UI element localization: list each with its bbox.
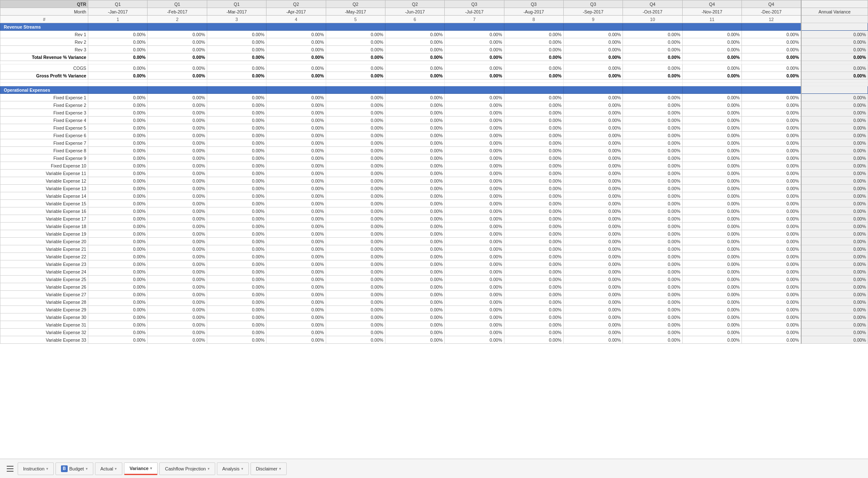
fixed-expense-2-row: Fixed Expense 2 0.00%0.00%0.00% 0.00%0.0…: [0, 101, 868, 109]
qtr-q4-1: Q4: [623, 0, 682, 8]
fixed-expense-6-row: Fixed Expense 6 0.00%0.00%0.00% 0.00%0.0…: [0, 132, 868, 139]
spreadsheet-container: QTR Q1 Q1 Q1 Q2 Q2 Q2 Q3 Q3 Q3 Q4 Q4 Q4: [0, 0, 868, 459]
variable-expense-29-row: Variable Expense 29 0.00%0.00%0.00% 0.00…: [0, 306, 868, 313]
rev2-row: Rev 2 0.00%0.00%0.00% 0.00%0.00%0.00% 0.…: [0, 38, 868, 46]
fixed-expense-3-row: Fixed Expense 3 0.00%0.00%0.00% 0.00%0.0…: [0, 109, 868, 117]
tab-actual[interactable]: Actual ▾: [95, 462, 123, 475]
scroll-area[interactable]: QTR Q1 Q1 Q1 Q2 Q2 Q2 Q3 Q3 Q3 Q4 Q4 Q4: [0, 0, 868, 459]
qtr-q1-2: Q1: [148, 0, 207, 8]
tab-instruction[interactable]: Instruction ▾: [18, 462, 54, 475]
variable-expense-27-row: Variable Expense 27 0.00%0.00%0.00% 0.00…: [0, 291, 868, 298]
month-aug: -Aug-2017: [504, 8, 563, 16]
qtr-q4-2: Q4: [682, 0, 741, 8]
month-mar: -Mar-2017: [207, 8, 266, 16]
revenue-streams-label: Revenue Streams: [0, 23, 88, 31]
tab-budget[interactable]: B Budget ▾: [55, 462, 93, 475]
operational-expenses-header: Operational Expenses: [0, 86, 868, 94]
variable-expense-12-row: Variable Expense 12 0.00%0.00%0.00% 0.00…: [0, 177, 868, 185]
qtr-q2-3: Q2: [385, 0, 444, 8]
empty-row-1: [0, 61, 868, 64]
month-may: -May-2017: [326, 8, 385, 16]
variable-expense-22-row: Variable Expense 22 0.00%0.00%0.00% 0.00…: [0, 253, 868, 260]
qtr-q3-2: Q3: [504, 0, 563, 8]
operational-expenses-label: Operational Expenses: [0, 86, 88, 94]
month-nov: -Nov-2017: [682, 8, 741, 16]
qtr-q1-1: Q1: [88, 0, 148, 8]
qtr-q4-3: Q4: [741, 0, 801, 8]
fixed-expense-7-row: Fixed Expense 7 0.00%0.00%0.00% 0.00%0.0…: [0, 139, 868, 147]
variable-expense-26-row: Variable Expense 26 0.00%0.00%0.00% 0.00…: [0, 283, 868, 291]
variable-expense-14-row: Variable Expense 14 0.00%0.00%0.00% 0.00…: [0, 192, 868, 200]
tab-cashflow-label: Cashflow Projection: [165, 466, 206, 471]
tab-variance[interactable]: Variance ▾: [124, 462, 158, 475]
bottom-toolbar: Instruction ▾ B Budget ▾ Actual ▾ Varian…: [0, 459, 868, 478]
fixed-expense-5-row: Fixed Expense 5 0.00%0.00%0.00% 0.00%0.0…: [0, 124, 868, 132]
total-revenue-label: Total Revenue % Variance: [0, 53, 88, 61]
qtr-row: QTR Q1 Q1 Q1 Q2 Q2 Q2 Q3 Q3 Q3 Q4 Q4 Q4: [0, 0, 868, 8]
cogs-label: COGS: [0, 64, 88, 72]
empty-row-2: [0, 80, 868, 83]
variable-expense-15-row: Variable Expense 15 0.00%0.00%0.00% 0.00…: [0, 200, 868, 207]
tab-analysis[interactable]: Analysis ▾: [217, 462, 249, 475]
variable-expense-30-row: Variable Expense 30 0.00%0.00%0.00% 0.00…: [0, 313, 868, 321]
month-sep: -Sep-2017: [563, 8, 623, 16]
num-8: 8: [504, 16, 563, 23]
qtr-q2-2: Q2: [326, 0, 385, 8]
menu-icon-button[interactable]: [4, 463, 16, 475]
variable-expense-28-row: Variable Expense 28 0.00%0.00%0.00% 0.00…: [0, 298, 868, 306]
num-7: 7: [445, 16, 504, 23]
tab-budget-chevron-icon: ▾: [86, 467, 88, 471]
month-dec: -Dec-2017: [741, 8, 801, 16]
month-jun: -Jun-2017: [385, 8, 444, 16]
total-revenue-row: Total Revenue % Variance 0.00%0.00%0.00%…: [0, 53, 868, 61]
tab-budget-label: Budget: [69, 466, 84, 471]
num-1: 1: [88, 16, 148, 23]
tab-variance-label: Variance: [129, 466, 148, 471]
annual-variance-col-header: Annual Variance: [801, 8, 868, 16]
tab-instruction-label: Instruction: [23, 466, 45, 471]
gross-profit-row: Gross Profit % Variance 0.00%0.00%0.00% …: [0, 72, 868, 80]
month-jan: -Jan-2017: [88, 8, 148, 16]
month-apr: -Apr-2017: [266, 8, 326, 16]
num-label: #: [0, 16, 88, 23]
tab-cashflow-projection[interactable]: Cashflow Projection ▾: [159, 462, 215, 475]
budget-b-icon: B: [61, 465, 68, 472]
variable-expense-23-row: Variable Expense 23 0.00%0.00%0.00% 0.00…: [0, 260, 868, 268]
fixed-expense-1-row: Fixed Expense 1 0.00%0.00%0.00% 0.00%0.0…: [0, 94, 868, 101]
tab-actual-label: Actual: [100, 466, 113, 471]
tab-instruction-chevron-icon: ▾: [46, 467, 48, 471]
tab-cashflow-chevron-icon: ▾: [208, 467, 210, 471]
num-4: 4: [266, 16, 326, 23]
variable-expense-19-row: Variable Expense 19 0.00%0.00%0.00% 0.00…: [0, 230, 868, 238]
tab-analysis-chevron-icon: ▾: [241, 467, 243, 471]
month-label: Month: [0, 8, 88, 16]
month-jul: -Jul-2017: [445, 8, 504, 16]
num-5: 5: [326, 16, 385, 23]
svg-rect-1: [7, 468, 13, 469]
num-annual: [801, 16, 868, 23]
num-11: 11: [682, 16, 741, 23]
main-table: QTR Q1 Q1 Q1 Q2 Q2 Q2 Q3 Q3 Q3 Q4 Q4 Q4: [0, 0, 868, 344]
tab-disclaimer[interactable]: Disclaimer ▾: [251, 462, 287, 475]
rev1-label: Rev 1: [0, 31, 88, 38]
num-2: 2: [148, 16, 207, 23]
variable-expense-11-row: Variable Expense 11 0.00%0.00%0.00% 0.00…: [0, 170, 868, 177]
num-10: 10: [623, 16, 682, 23]
variable-expense-17-row: Variable Expense 17 0.00%0.00%0.00% 0.00…: [0, 215, 868, 223]
variable-expense-16-row: Variable Expense 16 0.00%0.00%0.00% 0.00…: [0, 207, 868, 215]
svg-rect-2: [7, 471, 13, 472]
tab-analysis-label: Analysis: [222, 466, 240, 471]
rev2-label: Rev 2: [0, 38, 88, 46]
num-12: 12: [741, 16, 801, 23]
qtr-q3-1: Q3: [445, 0, 504, 8]
fixed-expense-8-row: Fixed Expense 8 0.00%0.00%0.00% 0.00%0.0…: [0, 147, 868, 154]
variable-expense-25-row: Variable Expense 25 0.00%0.00%0.00% 0.00…: [0, 276, 868, 283]
tab-actual-chevron-icon: ▾: [115, 467, 117, 471]
num-9: 9: [563, 16, 623, 23]
num-3: 3: [207, 16, 266, 23]
qtr-q2-1: Q2: [266, 0, 326, 8]
variable-expense-18-row: Variable Expense 18 0.00%0.00%0.00% 0.00…: [0, 223, 868, 230]
variable-expense-21-row: Variable Expense 21 0.00%0.00%0.00% 0.00…: [0, 245, 868, 253]
qtr-label: QTR: [0, 0, 88, 8]
svg-rect-0: [7, 466, 13, 467]
